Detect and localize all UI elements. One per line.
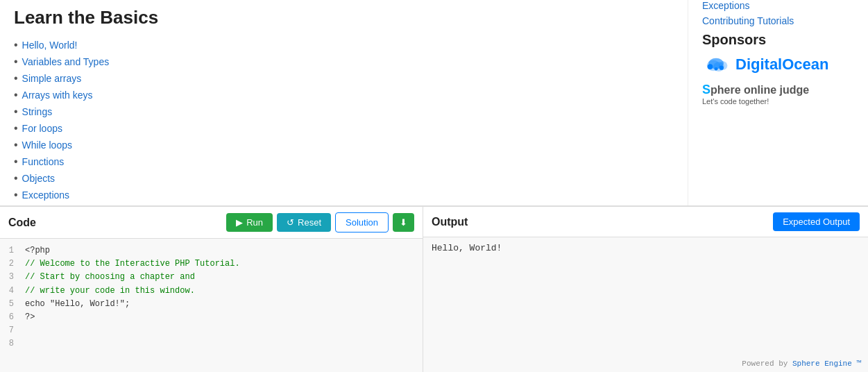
tutorial-link[interactable]: For loops bbox=[22, 123, 62, 134]
sidebar: Exceptions Contributing Tutorials Sponso… bbox=[688, 0, 868, 205]
sphere-s: S bbox=[702, 83, 710, 96]
tutorial-link[interactable]: While loops bbox=[22, 140, 72, 151]
tutorial-link[interactable]: Hello, World! bbox=[22, 40, 78, 51]
reset-button[interactable]: Reset bbox=[277, 213, 331, 232]
page-title: Learn the Basics bbox=[14, 7, 674, 28]
top-section: Learn the Basics Hello, World!Variables … bbox=[0, 0, 868, 205]
tutorial-link[interactable]: Arrays with keys bbox=[22, 90, 93, 101]
list-item: Simple arrays bbox=[14, 70, 674, 87]
output-section: Output Expected Output Hello, World! Pow… bbox=[423, 207, 868, 372]
run-label: Run bbox=[246, 217, 263, 228]
bottom-panel: Code Run Reset Solution 12345678 <? bbox=[0, 205, 868, 372]
digital-ocean-name: DigitalOcean bbox=[735, 56, 828, 74]
reset-icon bbox=[287, 217, 294, 228]
digital-ocean-logo: DigitalOcean bbox=[702, 55, 828, 74]
line-number: 8 bbox=[6, 337, 14, 350]
code-line: // Start by choosing a chapter and bbox=[25, 271, 417, 284]
code-section: Code Run Reset Solution 12345678 <? bbox=[0, 207, 423, 372]
sponsors-title: Sponsors bbox=[702, 32, 854, 48]
line-numbers: 12345678 bbox=[0, 244, 19, 366]
solution-button[interactable]: Solution bbox=[335, 212, 389, 232]
output-header: Output Expected Output bbox=[423, 207, 868, 237]
expected-output-label: Expected Output bbox=[783, 217, 850, 227]
powered-by: Powered by Sphere Engine ™ bbox=[742, 360, 861, 368]
sponsor-block: DigitalOcean Sphere online judge Let's c… bbox=[702, 55, 854, 105]
svg-point-6 bbox=[720, 66, 724, 70]
tutorial-link[interactable]: Strings bbox=[22, 106, 53, 117]
download-icon bbox=[400, 217, 407, 228]
digital-ocean-sponsor: DigitalOcean bbox=[702, 55, 854, 74]
code-line: // Welcome to the Interactive PHP Tutori… bbox=[25, 257, 417, 271]
download-button[interactable] bbox=[393, 213, 414, 232]
sphere-logo: Sphere online judge Let's code together! bbox=[702, 83, 809, 105]
output-text: Hello, World! bbox=[432, 243, 860, 253]
code-lines: <?php// Welcome to the Interactive PHP T… bbox=[19, 244, 423, 366]
code-header: Code Run Reset Solution bbox=[0, 207, 423, 239]
code-line: <?php bbox=[25, 244, 417, 257]
list-item: Functions bbox=[14, 153, 674, 170]
list-item: Exceptions bbox=[14, 187, 674, 203]
reset-label: Reset bbox=[298, 217, 321, 228]
tutorial-link[interactable]: Functions bbox=[22, 156, 65, 167]
solution-label: Solution bbox=[346, 217, 378, 228]
powered-by-text: Powered by bbox=[742, 360, 792, 368]
line-number: 3 bbox=[6, 271, 14, 284]
list-item: Hello, World! bbox=[14, 37, 674, 53]
tutorial-list: Hello, World!Variables and TypesSimple a… bbox=[14, 37, 674, 203]
page-wrapper: Learn the Basics Hello, World!Variables … bbox=[0, 0, 868, 372]
list-item: Arrays with keys bbox=[14, 87, 674, 103]
line-number: 7 bbox=[6, 324, 14, 337]
contributing-tutorials-link[interactable]: Contributing Tutorials bbox=[702, 15, 854, 26]
sphere-name: Sphere online judge bbox=[702, 83, 809, 97]
tutorial-link[interactable]: Variables and Types bbox=[22, 56, 110, 67]
line-number: 4 bbox=[6, 285, 14, 298]
expected-output-button[interactable]: Expected Output bbox=[773, 212, 860, 231]
tutorial-link[interactable]: Objects bbox=[22, 173, 55, 184]
exceptions-link[interactable]: Exceptions bbox=[702, 0, 854, 11]
sphere-engine-link[interactable]: Sphere Engine ™ bbox=[792, 360, 861, 368]
run-button[interactable]: Run bbox=[226, 213, 273, 232]
list-item: Variables and Types bbox=[14, 53, 674, 70]
play-icon bbox=[236, 217, 243, 228]
line-number: 2 bbox=[6, 257, 14, 271]
output-area: Hello, World! Powered by Sphere Engine ™ bbox=[423, 237, 868, 372]
list-item: Objects bbox=[14, 170, 674, 187]
tutorial-link[interactable]: Exceptions bbox=[22, 189, 69, 201]
code-line: // write your code in this window. bbox=[25, 285, 417, 298]
code-line: ?> bbox=[25, 311, 417, 324]
sphere-sponsor: Sphere online judge Let's code together! bbox=[702, 83, 854, 105]
code-title: Code bbox=[8, 217, 222, 229]
list-item: For loops bbox=[14, 120, 674, 137]
code-line: echo "Hello, World!"; bbox=[25, 298, 417, 311]
line-number: 5 bbox=[6, 298, 14, 311]
code-editor[interactable]: 12345678 <?php// Welcome to the Interact… bbox=[0, 239, 423, 372]
list-item: While loops bbox=[14, 137, 674, 153]
line-number: 1 bbox=[6, 244, 14, 257]
svg-point-5 bbox=[715, 67, 718, 71]
line-number: 6 bbox=[6, 311, 14, 324]
digital-ocean-icon bbox=[702, 55, 730, 74]
main-content: Learn the Basics Hello, World!Variables … bbox=[0, 0, 688, 205]
svg-point-4 bbox=[708, 64, 713, 69]
sphere-rest: phere online judge bbox=[710, 84, 809, 96]
list-item: Strings bbox=[14, 103, 674, 120]
sphere-tagline: Let's code together! bbox=[702, 97, 769, 105]
tutorial-link[interactable]: Simple arrays bbox=[22, 73, 82, 84]
output-title: Output bbox=[432, 216, 773, 228]
